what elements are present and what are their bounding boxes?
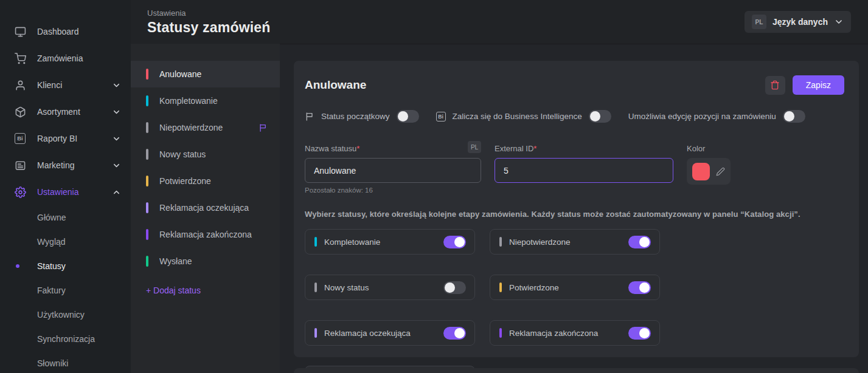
chevron-down-icon (112, 134, 121, 143)
panel-header: Anulowane Zapisz (305, 75, 844, 95)
status-list-item[interactable]: Kompletowanie (131, 87, 280, 114)
next-status-switch[interactable] (443, 281, 466, 294)
status-name-field: Nazwa statusu* PL Pozostało znaków: 16 (305, 140, 481, 194)
delete-status-button[interactable] (765, 76, 785, 95)
data-language-dropdown[interactable]: PL Język danych (745, 11, 851, 33)
status-list-item[interactable]: Potwierdzone (131, 168, 280, 194)
status-list-item[interactable]: Nowy status (131, 141, 280, 168)
gear-icon (15, 187, 26, 198)
chevron-down-icon (112, 108, 121, 117)
next-status-switch[interactable] (628, 327, 651, 340)
sidebar-subitem-label: Użytkownicy (37, 310, 85, 320)
sidebar-subitem-label: Główne (37, 213, 66, 222)
save-button[interactable]: Zapisz (793, 75, 844, 95)
status-list-item[interactable]: Reklamacja zakończona (131, 221, 280, 248)
main-region: Ustawienia Statusy zamówień PL Język dan… (131, 0, 868, 373)
sidebar-item-orders[interactable]: Zamówienia (0, 45, 131, 72)
next-status-card[interactable]: Nowy status (305, 275, 475, 300)
status-color-bar (146, 69, 148, 80)
status-color-bar (499, 282, 502, 292)
sidebar-subitem-wyglad[interactable]: Wygląd (0, 230, 131, 254)
status-color-bar (499, 328, 502, 338)
language-label: Język danych (773, 17, 828, 27)
sidebar-subitem-faktury[interactable]: Faktury (0, 278, 131, 303)
next-status-card[interactable]: Reklamacja oczekująca (305, 320, 475, 346)
user-icon (15, 80, 26, 91)
status-color-bar (146, 229, 148, 240)
sidebar-item-bi-reports[interactable]: Bi Raporty BI (0, 125, 131, 152)
sidebar-item-assortment[interactable]: Asortyment (0, 98, 131, 125)
sidebar-item-clients[interactable]: Klienci (0, 72, 131, 98)
next-status-cards: Kompletowanie Niepotwierdzone Nowy statu… (305, 229, 844, 373)
sidebar-subitem-label: Synchronizacja (37, 334, 95, 344)
status-color-bar (146, 95, 148, 106)
sidebar-subitem-synchronizacja[interactable]: Synchronizacja (0, 327, 131, 351)
status-name-input[interactable] (305, 158, 481, 183)
sidebar-item-marketing[interactable]: Marketing (0, 152, 131, 179)
initial-status-flag-icon (259, 123, 268, 132)
external-id-field: External ID* (495, 140, 673, 183)
package-icon (15, 106, 26, 118)
header-titles: Ustawienia Statusy zamówień (147, 9, 271, 36)
status-color-bar (146, 176, 148, 187)
initial-status-switch[interactable] (397, 110, 419, 123)
external-id-input[interactable] (495, 158, 673, 183)
status-color-bar (146, 202, 148, 213)
sidebar-subitem-label: Wygląd (37, 237, 66, 247)
sidebar-item-label: Klienci (37, 80, 112, 90)
chevron-down-icon (112, 81, 121, 90)
language-code-badge: PL (752, 15, 766, 29)
sidebar-subitem-label: Słowniki (37, 358, 68, 368)
page-title: Statusy zamówień (147, 19, 271, 36)
status-color-bar (499, 237, 502, 247)
sidebar-item-label: Zamówienia (37, 53, 121, 63)
bi-switch[interactable] (589, 110, 611, 123)
sidebar-subitem-statusy[interactable]: Statusy (0, 254, 131, 278)
next-status-switch[interactable] (628, 236, 651, 248)
chevron-down-icon (112, 161, 121, 170)
status-list-item[interactable]: Reklamacja oczekująca (131, 194, 280, 221)
flag-icon (305, 112, 314, 121)
color-field: Kolor (687, 140, 731, 185)
panel-title: Anulowane (305, 78, 366, 92)
status-edit-panel: Anulowane Zapisz (294, 61, 859, 357)
chevron-up-icon (112, 188, 121, 197)
status-color-bar (314, 237, 317, 247)
next-status-card[interactable]: Reklamacja zakończona (490, 320, 660, 346)
edit-positions-switch[interactable] (783, 110, 805, 123)
panel-option-toggles: Status początkowy Bi Zalicza się do Busi… (305, 110, 844, 123)
next-panel-edge (294, 368, 859, 373)
status-list-item[interactable]: Anulowane (131, 61, 280, 87)
next-status-switch[interactable] (443, 236, 466, 248)
sidebar-subitem-uzytkownicy[interactable]: Użytkownicy (0, 303, 131, 327)
sidebar-subitem-slowniki[interactable]: Słowniki (0, 351, 131, 373)
page-header: Ustawienia Statusy zamówień PL Język dan… (131, 0, 868, 44)
panel-actions: Zapisz (765, 75, 844, 95)
active-dot (16, 264, 19, 268)
status-list-item[interactable]: Wysłane (131, 248, 280, 275)
status-list: Anulowane Kompletowanie Niepotwierdzone … (131, 44, 280, 373)
sidebar-item-label: Dashboard (37, 27, 121, 36)
add-status-button[interactable]: + Dodaj status (131, 275, 280, 295)
name-field-label: Nazwa statusu (305, 144, 356, 153)
pencil-icon (716, 167, 725, 176)
sidebar-item-settings[interactable]: Ustawienia (0, 179, 131, 205)
sidebar-subitem-glowne[interactable]: Główne (0, 205, 131, 230)
content-area: Anulowane Zapisz (280, 44, 868, 373)
bi-icon: Bi (436, 112, 446, 121)
next-status-switch[interactable] (628, 281, 651, 294)
next-status-card[interactable]: Niepotwierdzone (490, 229, 660, 255)
sidebar-item-label: Ustawienia (37, 187, 112, 197)
sidebar-item-dashboard[interactable]: Dashboard (0, 18, 131, 45)
initial-status-toggle-group: Status początkowy (305, 110, 419, 123)
next-status-switch[interactable] (443, 327, 466, 340)
next-status-card[interactable]: Potwierdzone (490, 275, 660, 300)
fields-row: Nazwa statusu* PL Pozostało znaków: 16 E… (305, 140, 844, 194)
color-field-label: Kolor (687, 144, 705, 153)
bi-icon: Bi (15, 133, 26, 145)
sidebar-item-label: Marketing (37, 160, 112, 170)
color-picker[interactable] (687, 158, 731, 185)
next-status-card[interactable]: Kompletowanie (305, 229, 475, 255)
sidebar-item-label: Raporty BI (37, 134, 112, 143)
status-list-item[interactable]: Niepotwierdzone (131, 114, 280, 141)
